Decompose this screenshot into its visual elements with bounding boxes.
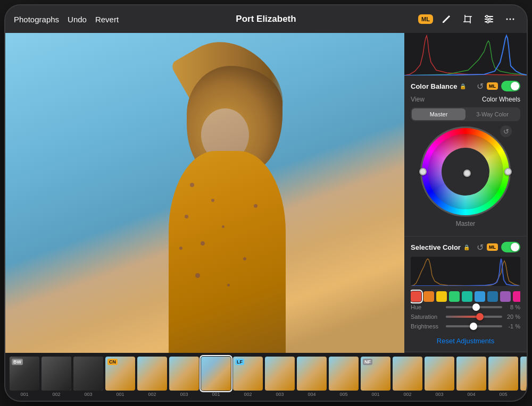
film-number: 005 xyxy=(339,392,347,397)
color-wheel-wrapper[interactable]: ↺ xyxy=(420,126,511,217)
brightness-slider-track[interactable] xyxy=(446,325,502,327)
top-bar-right: ML xyxy=(418,11,518,27)
wheel-label: Master xyxy=(456,220,476,227)
film-item-nf-001[interactable]: NF 001 xyxy=(361,357,390,397)
color-balance-tabs: Master 3-Way Color xyxy=(411,107,520,121)
film-item-lf-003[interactable]: 003 xyxy=(265,357,295,397)
film-badge-nf: NF xyxy=(363,359,372,365)
selective-color-histogram xyxy=(411,257,520,286)
film-thumb xyxy=(520,357,527,391)
film-item-nf-005[interactable]: 005 xyxy=(488,357,518,397)
color-balance-reset[interactable]: ↺ xyxy=(477,81,484,91)
revert-button[interactable]: Revert xyxy=(95,15,119,24)
color-balance-toggle[interactable] xyxy=(501,81,520,91)
swatch-dark-blue[interactable] xyxy=(487,291,498,302)
back-button[interactable]: Photographs xyxy=(14,15,59,24)
film-thumb xyxy=(456,357,486,391)
saturation-slider-track[interactable] xyxy=(446,316,502,318)
photo-area xyxy=(5,33,404,353)
hue-label: Hue xyxy=(411,304,443,310)
undo-button[interactable]: Undo xyxy=(68,15,87,24)
film-item-002[interactable]: 002 xyxy=(41,357,71,397)
tab-master[interactable]: Master xyxy=(412,108,466,120)
top-bar-left: Photographs Undo Revert xyxy=(14,15,119,24)
selective-color-reset[interactable]: ↺ xyxy=(477,242,484,252)
selective-color-ml-badge[interactable]: ML xyxy=(487,243,498,251)
brightness-value: -1 % xyxy=(505,323,520,329)
saturation-label: Saturation xyxy=(411,314,443,320)
film-thumb xyxy=(425,357,454,391)
brightness-slider-thumb[interactable] xyxy=(470,323,477,330)
wheel-handle-right[interactable] xyxy=(504,168,512,175)
photo-title: Port Elizabeth xyxy=(236,14,296,24)
film-number: 003 xyxy=(276,392,284,397)
film-item-lf-004[interactable]: 004 xyxy=(297,357,327,397)
view-row: View Color Wheels xyxy=(411,96,520,103)
film-item-lf-005[interactable]: 005 xyxy=(329,357,359,397)
pencil-icon[interactable] xyxy=(438,11,454,27)
saturation-value: 20 % xyxy=(505,314,520,320)
hue-slider-track[interactable] xyxy=(446,306,502,308)
swatch-green[interactable] xyxy=(449,291,460,302)
swatch-pink[interactable] xyxy=(513,291,520,302)
ml-badge[interactable]: ML xyxy=(418,14,433,24)
film-item-bw-001[interactable]: BW 001 xyxy=(10,357,39,397)
swatch-purple[interactable] xyxy=(500,291,511,302)
more-icon[interactable] xyxy=(502,11,518,27)
film-number: 001 xyxy=(116,392,124,397)
selective-color-header: Selective Color 🔒 ↺ ML xyxy=(411,242,520,252)
swatch-teal[interactable] xyxy=(462,291,472,302)
color-balance-header: Color Balance 🔒 ↺ ML xyxy=(411,81,520,91)
top-bar: Photographs Undo Revert Port Elizabeth M… xyxy=(5,5,527,33)
film-thumb-selected xyxy=(201,357,231,391)
wheel-handle-center[interactable] xyxy=(463,170,471,177)
film-item-nf-002[interactable]: 002 xyxy=(393,357,422,397)
wheel-reset-btn[interactable]: ↺ xyxy=(500,125,512,137)
view-value[interactable]: Color Wheels xyxy=(482,96,520,103)
film-item-selected[interactable]: 001 xyxy=(201,357,231,397)
film-item-nf-003[interactable]: 003 xyxy=(425,357,454,397)
film-thumb xyxy=(73,357,103,391)
svg-rect-0 xyxy=(465,16,470,22)
film-number: 002 xyxy=(244,392,252,397)
svg-point-11 xyxy=(506,19,508,20)
film-number: 001 xyxy=(371,392,379,397)
brightness-slider-row: Brightness -1 % xyxy=(411,323,520,329)
reset-adjustments-button[interactable]: Reset Adjustments xyxy=(411,333,520,347)
hue-slider-thumb[interactable] xyxy=(472,303,480,311)
tab-3way-color[interactable]: 3-Way Color xyxy=(466,108,519,120)
wheel-handle-left[interactable] xyxy=(419,168,427,175)
film-item-cn-001[interactable]: CN 001 xyxy=(105,357,135,397)
device-frame: Photographs Undo Revert Port Elizabeth M… xyxy=(5,5,527,401)
film-item-nf-004[interactable]: 004 xyxy=(456,357,486,397)
right-panel: Color Balance 🔒 ↺ ML View Color Wheels M… xyxy=(404,33,527,353)
crop-icon[interactable] xyxy=(460,11,476,27)
woman-subject xyxy=(132,66,313,353)
svg-point-8 xyxy=(486,15,488,18)
film-badge-bw: BW xyxy=(12,359,23,365)
svg-point-13 xyxy=(513,19,514,20)
film-badge-cn: CN xyxy=(107,359,118,365)
film-number: 002 xyxy=(148,392,156,397)
swatch-red[interactable] xyxy=(411,291,421,302)
saturation-slider-row: Saturation 20 % xyxy=(411,314,520,320)
svg-point-9 xyxy=(489,18,491,20)
color-balance-ml-badge[interactable]: ML xyxy=(487,82,498,90)
saturation-slider-thumb[interactable] xyxy=(476,313,484,320)
color-balance-section: Color Balance 🔒 ↺ ML View Color Wheels M… xyxy=(404,75,527,236)
film-item-cn-002[interactable]: 002 xyxy=(137,357,167,397)
color-swatches xyxy=(411,288,520,304)
selective-color-toggle[interactable] xyxy=(501,242,520,252)
film-item-lf-002[interactable]: LF 002 xyxy=(233,357,263,397)
swatch-yellow[interactable] xyxy=(436,291,447,302)
lock-icon: 🔒 xyxy=(460,83,466,89)
film-item-003[interactable]: 003 xyxy=(73,357,103,397)
film-number: 001 xyxy=(20,392,28,397)
film-item-cn-003[interactable]: 003 xyxy=(169,357,199,397)
adjustments-icon[interactable] xyxy=(481,11,497,27)
selective-color-lock-icon: 🔒 xyxy=(463,244,470,250)
swatch-blue[interactable] xyxy=(475,291,485,302)
film-item-nf-006[interactable]: 006 xyxy=(520,357,527,397)
swatch-orange[interactable] xyxy=(423,291,434,302)
film-number: 003 xyxy=(435,392,443,397)
